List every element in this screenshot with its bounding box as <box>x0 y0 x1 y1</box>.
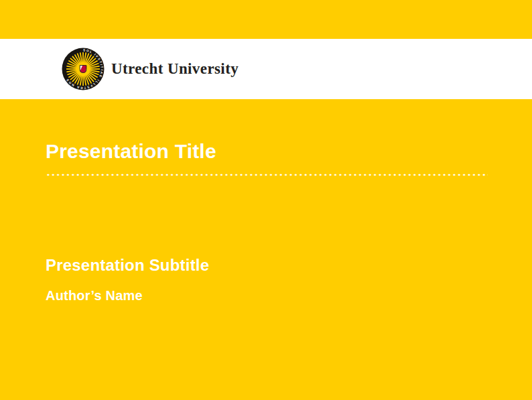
university-wordmark: Utrecht University <box>111 60 239 78</box>
utrecht-university-seal-icon: SOL IVSTITIAE ILLVSTRA NOS <box>62 48 105 90</box>
presentation-title: Presentation Title <box>46 141 532 162</box>
dotted-divider <box>46 174 488 176</box>
logo-band: SOL IVSTITIAE ILLVSTRA NOS Utrecht Unive <box>0 39 532 99</box>
author-name: Author’s Name <box>46 289 532 303</box>
top-yellow-band <box>0 0 532 39</box>
seal-shield <box>80 65 87 73</box>
slide-content: Presentation Title Presentation Subtitle… <box>0 99 532 400</box>
presentation-subtitle: Presentation Subtitle <box>46 257 532 273</box>
university-logo: SOL IVSTITIAE ILLVSTRA NOS Utrecht Unive <box>62 48 239 90</box>
title-slide: SOL IVSTITIAE ILLVSTRA NOS Utrecht Unive <box>0 0 532 400</box>
